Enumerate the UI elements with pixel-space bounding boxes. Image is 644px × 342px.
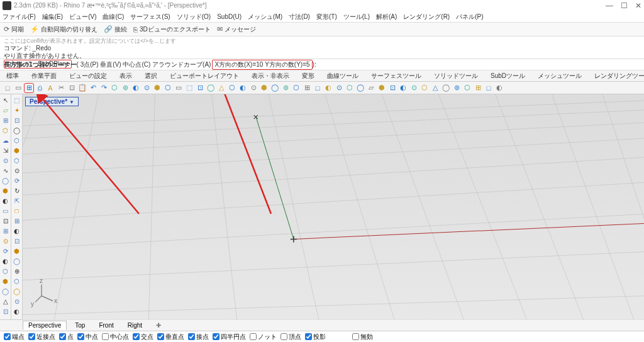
prompt-xy-options[interactable]: X方向の数(X)=10 Y方向の数(Y)=5 [212, 60, 312, 70]
tool-i11[interactable]: △ [216, 83, 226, 93]
viewport-label[interactable]: Perspective*▼ [25, 97, 79, 106]
osnap-near[interactable]: 近接点 [28, 333, 55, 341]
tool-i25[interactable]: ▱ [366, 83, 376, 93]
st1-8[interactable]: ◯ [1, 176, 10, 185]
tool-i30[interactable]: ⬡ [419, 83, 430, 93]
close-button[interactable]: ✕ [635, 1, 641, 10]
menu-surface[interactable]: サーフェス(S) [130, 13, 170, 21]
tool-i2[interactable]: ⊚ [120, 83, 130, 93]
tool-redo[interactable]: ↷ [99, 83, 109, 93]
tool-i27[interactable]: ⊡ [387, 83, 397, 93]
st1-11[interactable]: ▭ [1, 206, 10, 216]
menu-subd[interactable]: SubD(U) [217, 13, 242, 20]
st1-7[interactable]: ∿ [1, 166, 10, 175]
st1-13[interactable]: ⊞ [1, 226, 10, 236]
tool-i10[interactable]: ◯ [206, 83, 216, 93]
osnap-mid-cb[interactable] [77, 333, 84, 340]
osnap-perp[interactable]: 垂直点 [157, 333, 184, 341]
st1-12[interactable]: ⊡ [1, 216, 10, 226]
st2-16[interactable]: ◯ [12, 256, 21, 266]
st2-9[interactable]: ↻ [12, 186, 21, 196]
tool-i20[interactable]: □ [313, 83, 323, 93]
st2-13[interactable]: ◐ [12, 226, 21, 236]
tool-subdplane[interactable]: ⊞ [24, 83, 34, 93]
st2-4[interactable]: ⬡ [12, 136, 21, 145]
st2-1[interactable]: ✦ [12, 106, 21, 115]
tool-i4[interactable]: ⊙ [142, 83, 152, 93]
minimize-button[interactable]: — [606, 1, 613, 10]
tool-i21[interactable]: ◐ [323, 83, 333, 93]
tool-i24[interactable]: ◯ [355, 83, 365, 93]
st1-18[interactable]: ⬢ [1, 277, 10, 286]
tab-vplayout[interactable]: ビューポートレイアウト [166, 72, 243, 80]
st2-18[interactable]: ⬡ [12, 277, 21, 286]
st1-19[interactable]: ◯ [1, 287, 10, 296]
tool-print[interactable]: ⎙ [35, 83, 45, 93]
command-prompt[interactable]: 長方形の1つ目のコーナー ( 3点(P) 垂直(V) 中心点(C) アラウンドカ… [0, 59, 644, 70]
tool-copy[interactable]: ⊡ [67, 83, 77, 93]
tab-transform[interactable]: 変形 [298, 72, 318, 80]
tab-visibility[interactable]: 表示・非表示 [248, 72, 293, 80]
menu-solid[interactable]: ソリッド(O) [177, 13, 211, 21]
menu-edit[interactable]: 編集(E) [42, 13, 63, 21]
osnap-near-cb[interactable] [28, 333, 35, 340]
st2-19[interactable]: ◯ [12, 287, 21, 296]
tool-i33[interactable]: ⊚ [452, 83, 462, 93]
tool-i9[interactable]: ⊡ [195, 83, 205, 93]
osnap-knot-cb[interactable] [250, 333, 257, 340]
tool-i32[interactable]: ◯ [441, 83, 451, 93]
osnap-tan-cb[interactable] [188, 333, 195, 340]
osnap-disable[interactable]: 無効 [352, 333, 373, 341]
tab-cplane[interactable]: 作業平面 [28, 72, 60, 80]
st2-11[interactable]: □ [12, 206, 21, 216]
osnap-quad-cb[interactable] [213, 333, 219, 340]
viewtab-add[interactable]: ✚ [150, 321, 167, 330]
osnap-int-cb[interactable] [133, 333, 140, 340]
st1-10[interactable]: ◐ [1, 196, 10, 206]
st1-17[interactable]: ⬡ [1, 267, 10, 276]
st2-15[interactable]: ⬢ [12, 246, 21, 256]
viewtab-front[interactable]: Front [93, 321, 119, 330]
st1-21[interactable]: ⊡ [1, 307, 10, 316]
menu-transform[interactable]: 変形(T) [316, 13, 337, 21]
osnap-perp-cb[interactable] [157, 333, 164, 340]
tool-i17[interactable]: ⊚ [280, 83, 291, 93]
tab-display[interactable]: 表示 [116, 72, 136, 80]
export3d-button[interactable]: ⎘3Dビューのエクスポート [133, 25, 211, 34]
st1-9[interactable]: ⬢ [1, 186, 10, 196]
tab-viewset[interactable]: ビューの設定 [65, 72, 111, 80]
tool-new[interactable]: □ [3, 83, 13, 93]
tab-surfacetools[interactable]: サーフェスツール [367, 72, 425, 80]
tool-i34[interactable]: ⬡ [462, 83, 472, 93]
tool-cut[interactable]: ✂ [56, 83, 66, 93]
tool-i16[interactable]: ◯ [270, 83, 280, 93]
st2-17[interactable]: ⊕ [12, 267, 21, 276]
st1-1[interactable]: ▱ [1, 106, 10, 115]
menu-tools[interactable]: ツール(L) [343, 13, 370, 21]
tool-i18[interactable]: ⬡ [291, 83, 301, 93]
osnap-quad[interactable]: 四半円点 [213, 333, 246, 341]
tab-meshtools[interactable]: メッシュツール [534, 72, 586, 80]
st2-20[interactable]: ⊙ [12, 297, 21, 306]
tool-open[interactable]: ▭ [13, 83, 23, 93]
osnap-int[interactable]: 交点 [133, 333, 153, 341]
st1-14[interactable]: ⊙ [1, 236, 10, 246]
osnap-end-cb[interactable] [4, 333, 11, 340]
osnap-vertex[interactable]: 頂点 [280, 333, 301, 341]
tab-curvetools[interactable]: 曲線ツール [323, 72, 362, 80]
tool-i8[interactable]: ⬚ [184, 83, 194, 93]
st2-12[interactable]: ⊞ [12, 216, 21, 226]
st1-4[interactable]: ☁ [1, 136, 10, 145]
st2-14[interactable]: ⊡ [12, 236, 21, 246]
tool-undo[interactable]: ↶ [88, 83, 98, 93]
osnap-knot[interactable]: ノット [250, 333, 277, 341]
viewtab-right[interactable]: Right [122, 321, 148, 330]
tool-paste[interactable]: 📋 [77, 83, 87, 93]
tab-solidtools[interactable]: ソリッドツール [430, 72, 482, 80]
st2-0[interactable]: ⬚ [12, 96, 21, 105]
osnap-tan[interactable]: 接点 [188, 333, 209, 341]
tool-i22[interactable]: ⊙ [334, 83, 344, 93]
menu-dimension[interactable]: 寸法(D) [289, 13, 310, 21]
menu-analyze[interactable]: 解析(A) [376, 13, 397, 21]
tool-i15[interactable]: ⬢ [259, 83, 269, 93]
